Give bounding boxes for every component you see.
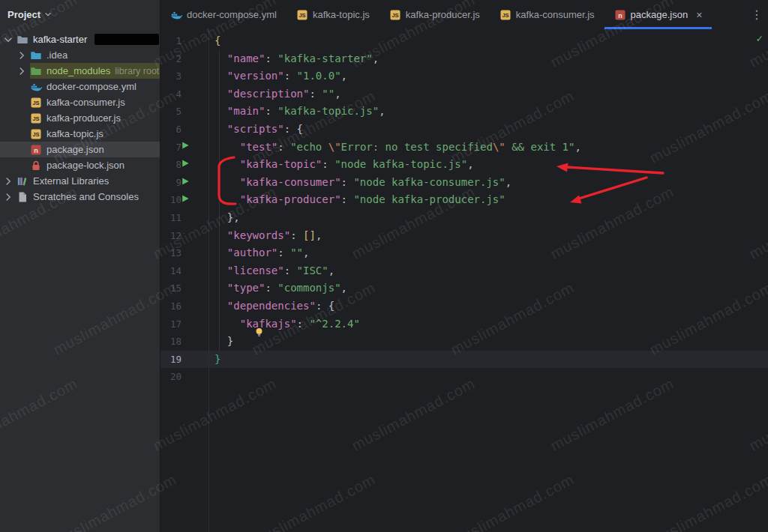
tree-item-kafka-topic-js[interactable]: JSkafka-topic.js [0, 126, 160, 142]
code-text: "kafka-topic": "node kafka-topic.js", [214, 156, 474, 174]
tree-item-label: docker-compose.yml [46, 81, 136, 92]
tab-label: docker-compose.yml [187, 9, 277, 20]
run-gutter-slot[interactable] [182, 174, 196, 192]
chevron-right-icon[interactable] [4, 175, 16, 187]
js-icon: JS [30, 97, 42, 109]
code-line-5[interactable]: 5 "main": "kafka-topic.js", [160, 103, 768, 121]
code-line-16[interactable]: 16 "dependencies": { [160, 297, 768, 315]
chevron-down-icon[interactable] [4, 34, 16, 46]
code-line-13[interactable]: 13 "author": "", [160, 244, 768, 262]
project-view-dropdown[interactable]: Project [0, 0, 160, 28]
line-number: 8 [160, 156, 182, 174]
js-icon: JS [296, 9, 308, 21]
tree-item-content: Scratches and Consoles [16, 189, 160, 205]
code-line-1[interactable]: 1{ [160, 32, 768, 50]
tree-item-label: External Libraries [33, 175, 109, 187]
tree-item-content: docker-compose.yml [30, 79, 160, 94]
chevron-right [16, 49, 28, 61]
tab-kafka-producer-js[interactable]: JSkafka-producer.js [380, 0, 490, 29]
chevron-right-icon[interactable] [4, 191, 16, 203]
run-icon[interactable] [181, 141, 193, 153]
run-gutter-slot[interactable] [182, 139, 196, 157]
tree-item-scratches-and-consoles[interactable]: Scratches and Consoles [0, 189, 160, 205]
line-number: 10 [160, 191, 182, 209]
tree-item-docker-compose-yml[interactable]: docker-compose.yml [0, 79, 160, 94]
code-line-10[interactable]: 10 "kafka-producer": "node kafka-produce… [160, 191, 768, 209]
more-menu-icon[interactable]: ⋮ [746, 0, 768, 29]
tree-item-label: .idea [46, 49, 68, 61]
line-number: 1 [160, 32, 182, 50]
scratches-icon [16, 191, 28, 203]
code-text: "main": "kafka-topic.js", [214, 103, 386, 121]
chevron-spacer [18, 144, 30, 156]
code-line-11[interactable]: 11 }, [160, 209, 768, 227]
gutter-slot [182, 368, 196, 386]
gutter-slot [182, 279, 196, 297]
editor-area: docker-compose.ymlJSkafka-topic.jsJSkafk… [160, 0, 768, 532]
tree-item-kafka-producer-js[interactable]: JSkafka-producer.js [0, 110, 160, 126]
run-icon[interactable] [181, 177, 193, 189]
intention-bulb-icon[interactable] [254, 327, 265, 339]
tree-item-label: kafka-consumer.js [46, 97, 125, 108]
code-text: } [214, 333, 233, 351]
tree-item-idea[interactable]: .idea [0, 47, 160, 63]
line-number: 18 [160, 333, 182, 351]
tab-kafka-consumer-js[interactable]: JSkafka-consumer.js [490, 0, 604, 29]
chevron-right-icon[interactable] [18, 65, 30, 77]
run-gutter-slot[interactable] [182, 191, 196, 209]
tree-item-kafka-consumer-js[interactable]: JSkafka-consumer.js [0, 94, 160, 110]
svg-text:JS: JS [32, 100, 39, 106]
chevron-spacer [18, 97, 30, 109]
gutter-slot [182, 32, 196, 50]
code-line-19[interactable]: 19} [160, 351, 768, 369]
code-line-7[interactable]: 7 "test": "echo \"Error: no test specifi… [160, 139, 768, 157]
tabbar-spacer [712, 0, 746, 29]
tree-item-content: External Libraries [16, 173, 160, 189]
run-icon[interactable] [181, 159, 193, 171]
tree-item-content: JSkafka-topic.js [30, 126, 160, 142]
chevron-down-icon [43, 8, 53, 20]
tree-item-package-lock-json[interactable]: package-lock.json [0, 157, 160, 173]
chevron-right [2, 175, 14, 187]
chevron-right [2, 191, 14, 203]
tree-item-external-libraries[interactable]: External Libraries [0, 173, 160, 189]
code-line-6[interactable]: 6 "scripts": { [160, 121, 768, 139]
tree-item-node-modules[interactable]: node_moduleslibrary root [0, 63, 160, 79]
js-icon: JS [30, 128, 42, 140]
code-line-14[interactable]: 14 "license": "ISC", [160, 262, 768, 280]
libraries-icon [16, 175, 28, 187]
code-text: } [214, 351, 220, 369]
gutter-slot [182, 67, 196, 85]
code-area[interactable]: 1{2 "name": "kafka-starter",3 "version":… [160, 29, 768, 532]
tab-package-json[interactable]: npackage.json× [604, 0, 712, 29]
tab-docker-compose-yml[interactable]: docker-compose.yml [160, 0, 286, 29]
code-line-8[interactable]: 8 "kafka-topic": "node kafka-topic.js", [160, 156, 768, 174]
line-number: 12 [160, 227, 182, 245]
tab-kafka-topic-js[interactable]: JSkafka-topic.js [286, 0, 380, 29]
run-icon[interactable] [181, 194, 193, 206]
code-line-4[interactable]: 4 "description": "", [160, 85, 768, 103]
code-text: "kafkajs": "^2.2.4" [214, 315, 360, 333]
code-line-20[interactable]: 20 [160, 368, 768, 386]
inspections-ok-icon[interactable]: ✓ [757, 32, 763, 44]
line-number: 14 [160, 262, 182, 280]
code-line-2[interactable]: 2 "name": "kafka-starter", [160, 50, 768, 68]
code-text: "type": "commonjs", [214, 279, 347, 297]
code-line-12[interactable]: 12 "keywords": [], [160, 227, 768, 245]
code-text: "name": "kafka-starter", [214, 50, 379, 68]
chevron-spacer [18, 128, 30, 140]
code-line-15[interactable]: 15 "type": "commonjs", [160, 279, 768, 297]
chevron-right-icon[interactable] [18, 49, 30, 61]
line-number: 7 [160, 139, 182, 157]
code-line-17[interactable]: 17 "kafkajs": "^2.2.4" [160, 315, 768, 333]
tab-close-icon[interactable]: × [696, 10, 702, 20]
tree-item-label: package.json [46, 144, 104, 155]
code-line-9[interactable]: 9 "kafka-consumer": "node kafka-consumer… [160, 174, 768, 192]
tree-item-label: kafka-producer.js [46, 112, 121, 124]
run-gutter-slot[interactable] [182, 156, 196, 174]
tree-item-package-json[interactable]: npackage.json [0, 142, 160, 157]
code-line-3[interactable]: 3 "version": "1.0.0", [160, 67, 768, 85]
tree-item-content: .idea [30, 47, 160, 63]
tree-item-kafka-starter[interactable]: kafka-starter [0, 31, 160, 47]
code-line-18[interactable]: 18 } [160, 333, 768, 351]
